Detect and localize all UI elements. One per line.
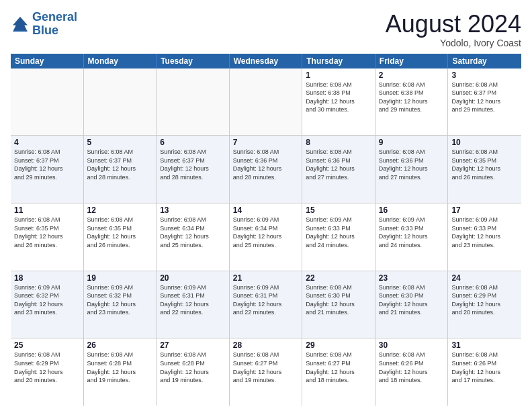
day-number: 16	[379, 205, 445, 215]
calendar-cell: 19Sunrise: 6:09 AM Sunset: 6:32 PM Dayli…	[84, 271, 157, 338]
logo-text: GeneralBlue	[32, 11, 77, 38]
day-info: Sunrise: 6:08 AM Sunset: 6:30 PM Dayligh…	[306, 283, 371, 317]
day-number: 28	[233, 340, 299, 350]
calendar-row: 18Sunrise: 6:09 AM Sunset: 6:32 PM Dayli…	[11, 271, 521, 339]
day-number: 1	[306, 71, 371, 80]
day-info: Sunrise: 6:08 AM Sunset: 6:36 PM Dayligh…	[233, 148, 299, 181]
day-info: Sunrise: 6:08 AM Sunset: 6:38 PM Dayligh…	[306, 81, 371, 114]
day-number: 22	[306, 273, 371, 283]
weekday-header: Wednesday	[230, 54, 303, 68]
day-number: 31	[451, 340, 518, 350]
day-number: 21	[233, 273, 299, 283]
day-info: Sunrise: 6:08 AM Sunset: 6:26 PM Dayligh…	[379, 351, 445, 384]
calendar-cell: 23Sunrise: 6:08 AM Sunset: 6:30 PM Dayli…	[375, 271, 449, 338]
day-number: 30	[379, 340, 445, 350]
calendar-cell: 20Sunrise: 6:09 AM Sunset: 6:31 PM Dayli…	[157, 271, 230, 338]
calendar-cell: 4Sunrise: 6:08 AM Sunset: 6:37 PM Daylig…	[11, 136, 84, 203]
calendar-cell: 2Sunrise: 6:08 AM Sunset: 6:38 PM Daylig…	[375, 68, 449, 136]
day-number: 11	[14, 205, 80, 215]
day-info: Sunrise: 6:08 AM Sunset: 6:30 PM Dayligh…	[379, 283, 445, 317]
weekday-header: Saturday	[448, 54, 521, 68]
day-info: Sunrise: 6:08 AM Sunset: 6:37 PM Dayligh…	[14, 148, 80, 181]
calendar-cell: 10Sunrise: 6:08 AM Sunset: 6:35 PM Dayli…	[448, 136, 521, 203]
day-number: 12	[87, 205, 153, 215]
day-number: 15	[306, 205, 371, 215]
day-info: Sunrise: 6:09 AM Sunset: 6:31 PM Dayligh…	[160, 283, 226, 317]
calendar-cell: 7Sunrise: 6:08 AM Sunset: 6:36 PM Daylig…	[230, 136, 303, 203]
day-info: Sunrise: 6:08 AM Sunset: 6:28 PM Dayligh…	[87, 351, 153, 384]
day-number: 9	[379, 138, 445, 147]
day-number: 6	[160, 138, 226, 147]
calendar-row: 11Sunrise: 6:08 AM Sunset: 6:35 PM Dayli…	[11, 203, 521, 271]
header: GeneralBlue August 2024 Yodolo, Ivory Co…	[11, 11, 521, 48]
day-info: Sunrise: 6:08 AM Sunset: 6:37 PM Dayligh…	[87, 148, 153, 181]
calendar-cell: 26Sunrise: 6:08 AM Sunset: 6:28 PM Dayli…	[84, 338, 157, 406]
weekday-header: Tuesday	[157, 54, 230, 68]
calendar-cell: 30Sunrise: 6:08 AM Sunset: 6:26 PM Dayli…	[375, 338, 449, 406]
calendar-cell: 11Sunrise: 6:08 AM Sunset: 6:35 PM Dayli…	[11, 203, 84, 271]
calendar-cell: 21Sunrise: 6:09 AM Sunset: 6:31 PM Dayli…	[230, 271, 303, 338]
day-number: 25	[14, 340, 80, 350]
day-info: Sunrise: 6:08 AM Sunset: 6:38 PM Dayligh…	[379, 81, 445, 114]
calendar-cell: 27Sunrise: 6:08 AM Sunset: 6:28 PM Dayli…	[157, 338, 230, 406]
day-info: Sunrise: 6:08 AM Sunset: 6:36 PM Dayligh…	[379, 148, 445, 181]
day-info: Sunrise: 6:08 AM Sunset: 6:28 PM Dayligh…	[160, 351, 226, 384]
calendar-cell: 22Sunrise: 6:08 AM Sunset: 6:30 PM Dayli…	[302, 271, 375, 338]
calendar-cell: 8Sunrise: 6:08 AM Sunset: 6:36 PM Daylig…	[302, 136, 375, 203]
calendar-cell: 1Sunrise: 6:08 AM Sunset: 6:38 PM Daylig…	[302, 68, 375, 136]
calendar-row: 25Sunrise: 6:08 AM Sunset: 6:29 PM Dayli…	[11, 338, 521, 406]
day-number: 10	[451, 138, 518, 147]
day-info: Sunrise: 6:08 AM Sunset: 6:29 PM Dayligh…	[14, 351, 80, 384]
calendar-row: 4Sunrise: 6:08 AM Sunset: 6:37 PM Daylig…	[11, 136, 521, 203]
day-number: 18	[14, 273, 80, 283]
weekday-header: Thursday	[302, 54, 375, 68]
calendar-cell: 5Sunrise: 6:08 AM Sunset: 6:37 PM Daylig…	[84, 136, 157, 203]
day-number: 7	[233, 138, 299, 147]
main-title: August 2024	[386, 11, 521, 38]
day-number: 3	[451, 71, 518, 80]
day-number: 20	[160, 273, 226, 283]
calendar-cell	[230, 68, 303, 136]
logo: GeneralBlue	[11, 11, 77, 38]
day-info: Sunrise: 6:08 AM Sunset: 6:27 PM Dayligh…	[233, 351, 299, 384]
calendar-cell: 25Sunrise: 6:08 AM Sunset: 6:29 PM Dayli…	[11, 338, 84, 406]
calendar-cell	[84, 68, 157, 136]
calendar-cell: 16Sunrise: 6:09 AM Sunset: 6:33 PM Dayli…	[375, 203, 449, 271]
day-number: 27	[160, 340, 226, 350]
calendar-cell: 17Sunrise: 6:09 AM Sunset: 6:33 PM Dayli…	[448, 203, 521, 271]
day-number: 8	[306, 138, 371, 147]
calendar-cell: 6Sunrise: 6:08 AM Sunset: 6:37 PM Daylig…	[157, 136, 230, 203]
calendar-cell: 15Sunrise: 6:09 AM Sunset: 6:33 PM Dayli…	[302, 203, 375, 271]
calendar-cell: 9Sunrise: 6:08 AM Sunset: 6:36 PM Daylig…	[375, 136, 449, 203]
title-block: August 2024 Yodolo, Ivory Coast	[386, 11, 521, 48]
calendar-cell: 18Sunrise: 6:09 AM Sunset: 6:32 PM Dayli…	[11, 271, 84, 338]
calendar: SundayMondayTuesdayWednesdayThursdayFrid…	[11, 54, 521, 406]
calendar-cell: 14Sunrise: 6:09 AM Sunset: 6:34 PM Dayli…	[230, 203, 303, 271]
day-info: Sunrise: 6:08 AM Sunset: 6:27 PM Dayligh…	[306, 351, 371, 384]
day-info: Sunrise: 6:09 AM Sunset: 6:33 PM Dayligh…	[451, 216, 518, 249]
day-number: 4	[14, 138, 80, 147]
day-info: Sunrise: 6:08 AM Sunset: 6:35 PM Dayligh…	[87, 216, 153, 249]
calendar-cell: 12Sunrise: 6:08 AM Sunset: 6:35 PM Dayli…	[84, 203, 157, 271]
day-info: Sunrise: 6:08 AM Sunset: 6:29 PM Dayligh…	[451, 283, 518, 317]
day-info: Sunrise: 6:09 AM Sunset: 6:31 PM Dayligh…	[233, 283, 299, 317]
day-number: 24	[451, 273, 518, 283]
calendar-cell: 29Sunrise: 6:08 AM Sunset: 6:27 PM Dayli…	[302, 338, 375, 406]
calendar-cell: 3Sunrise: 6:08 AM Sunset: 6:37 PM Daylig…	[448, 68, 521, 136]
calendar-cell	[11, 68, 84, 136]
calendar-header: SundayMondayTuesdayWednesdayThursdayFrid…	[11, 54, 521, 68]
subtitle: Yodolo, Ivory Coast	[386, 38, 521, 48]
page: GeneralBlue August 2024 Yodolo, Ivory Co…	[0, 0, 532, 411]
weekday-header: Friday	[375, 54, 449, 68]
day-info: Sunrise: 6:08 AM Sunset: 6:37 PM Dayligh…	[160, 148, 226, 181]
day-info: Sunrise: 6:08 AM Sunset: 6:35 PM Dayligh…	[14, 216, 80, 249]
calendar-cell: 31Sunrise: 6:08 AM Sunset: 6:26 PM Dayli…	[448, 338, 521, 406]
day-number: 17	[451, 205, 518, 215]
day-number: 5	[87, 138, 153, 147]
calendar-cell: 13Sunrise: 6:08 AM Sunset: 6:34 PM Dayli…	[157, 203, 230, 271]
day-info: Sunrise: 6:08 AM Sunset: 6:37 PM Dayligh…	[451, 81, 518, 114]
day-info: Sunrise: 6:08 AM Sunset: 6:26 PM Dayligh…	[451, 351, 518, 384]
day-number: 23	[379, 273, 445, 283]
day-info: Sunrise: 6:09 AM Sunset: 6:33 PM Dayligh…	[306, 216, 371, 249]
day-number: 14	[233, 205, 299, 215]
